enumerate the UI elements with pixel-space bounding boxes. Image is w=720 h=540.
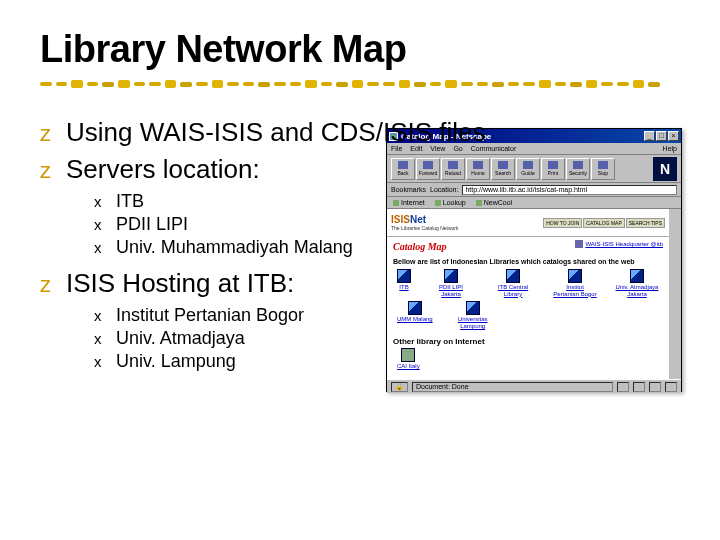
sub-bullets: x ITB x PDII LIPI x Univ. Muhammadiyah M… xyxy=(94,191,680,258)
bullet-text: Institut Pertanian Bogor xyxy=(116,305,304,326)
bullet-l1: z ISIS Hosting at ITB: xyxy=(40,268,680,299)
bullet-l1: z Using WAIS-ISIS and CDS/ISIS files xyxy=(40,117,680,148)
bullet-text: PDII LIPI xyxy=(116,214,188,235)
status-pane xyxy=(633,382,645,392)
status-bar: 🔒 Document: Done xyxy=(387,379,681,393)
bullet-glyph: x xyxy=(94,330,116,347)
bullet-text: Using WAIS-ISIS and CDS/ISIS files xyxy=(66,117,486,148)
bullet-l2: x Univ. Lampung xyxy=(94,351,680,372)
bullet-glyph: z xyxy=(40,121,66,147)
bullet-l1: z Servers location: xyxy=(40,154,680,185)
security-indicator-icon: 🔒 xyxy=(391,382,408,392)
bullet-text: Univ. Atmadjaya xyxy=(116,328,245,349)
bullet-l2: x Univ. Muhammadiyah Malang xyxy=(94,237,680,258)
bullet-l2: x ITB xyxy=(94,191,680,212)
bullet-text: Univ. Lampung xyxy=(116,351,236,372)
bullet-glyph: x xyxy=(94,193,116,210)
bullet-text: Univ. Muhammadiyah Malang xyxy=(116,237,353,258)
bullet-glyph: x xyxy=(94,307,116,324)
bullet-glyph: z xyxy=(40,158,66,184)
status-text: Document: Done xyxy=(412,382,613,392)
bullet-glyph: z xyxy=(40,272,66,298)
slide-title: Library Network Map xyxy=(40,28,680,71)
title-underline xyxy=(40,79,660,89)
bullet-text: Servers location: xyxy=(66,154,260,185)
bullet-text: ISIS Hosting at ITB: xyxy=(66,268,294,299)
bullet-text: ITB xyxy=(116,191,144,212)
bullet-glyph: x xyxy=(94,353,116,370)
slide: Library Network Map z Using WAIS-ISIS an… xyxy=(0,0,720,540)
sub-bullets: x Institut Pertanian Bogor x Univ. Atmad… xyxy=(94,305,680,372)
status-pane xyxy=(649,382,661,392)
slide-body: z Using WAIS-ISIS and CDS/ISIS files z S… xyxy=(40,117,680,372)
bullet-glyph: x xyxy=(94,239,116,256)
bullet-l2: x Univ. Atmadjaya xyxy=(94,328,680,349)
status-pane xyxy=(665,382,677,392)
status-pane xyxy=(617,382,629,392)
bullet-glyph: x xyxy=(94,216,116,233)
bullet-l2: x Institut Pertanian Bogor xyxy=(94,305,680,326)
bullet-l2: x PDII LIPI xyxy=(94,214,680,235)
